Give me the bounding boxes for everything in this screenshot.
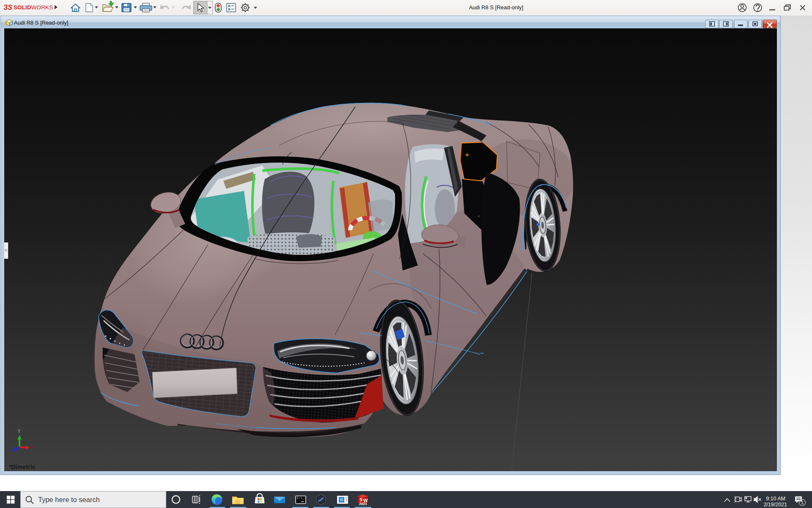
svg-text:2021: 2021 — [359, 502, 367, 506]
svg-text:1: 1 — [801, 500, 804, 505]
svg-text:Audi R8 S [Read-only]: Audi R8 S [Read-only] — [469, 4, 524, 11]
svg-text:C:\_: C:\_ — [297, 497, 304, 500]
svg-text:9:10 AM: 9:10 AM — [766, 496, 785, 502]
svg-text:Type here to search: Type here to search — [38, 496, 100, 503]
svg-text:Y: Y — [17, 428, 21, 434]
svg-text:SOLIDWORKS: SOLIDWORKS — [14, 4, 53, 11]
svg-text:ЗS: ЗS — [3, 4, 12, 11]
svg-text:2/19/2021: 2/19/2021 — [763, 502, 787, 508]
